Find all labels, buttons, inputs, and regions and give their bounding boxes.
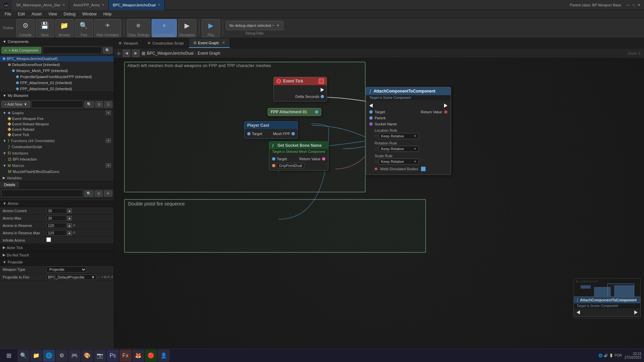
tab-viewport[interactable]: ⊞ Viewport	[114, 38, 143, 48]
get-socket-insocket-dot[interactable]	[272, 164, 275, 167]
adp-parent-pin[interactable]	[369, 116, 373, 120]
menu-debug[interactable]: Debug	[60, 10, 79, 18]
menu-window[interactable]: Window	[79, 10, 100, 18]
proj-browse-btn[interactable]: ←	[97, 275, 101, 279]
tab-animfpp[interactable]: AnimFPP_Arms ✕	[69, 0, 109, 10]
nav-back-btn[interactable]: ◀	[123, 50, 130, 57]
bp-item-bpi[interactable]: ⊡ BPI Interaction	[0, 156, 114, 162]
event-tick-close[interactable]	[319, 78, 324, 84]
proj-reset-btn[interactable]: ↺	[110, 275, 113, 279]
adp-scale-dropdown[interactable]: Keep Relative ▼	[379, 159, 419, 165]
adp-weld-checkbox[interactable]	[421, 167, 426, 171]
ammo-max-input[interactable]	[46, 216, 66, 221]
adp-rotation-pin[interactable]	[375, 147, 377, 150]
ammo-reserve-max-reset[interactable]: ↺	[72, 231, 75, 235]
browse-btn[interactable]: 📁 Browse	[55, 19, 73, 37]
thumb-exec-out[interactable]	[634, 310, 638, 314]
minimize-btn[interactable]: —	[626, 3, 631, 7]
graph-canvas[interactable]: Attach left meshes from dual weapons on …	[114, 58, 644, 362]
tree-item-fpp1[interactable]: FPP_Attachment_01 (Inherited)	[0, 80, 114, 86]
bp-item-event-weapon-fire[interactable]: Event Weapon Fire	[0, 116, 114, 121]
maximize-btn[interactable]: □	[631, 3, 636, 7]
macros-group[interactable]: ▼ M Macros + M MuzzleFlashEffectDualGuns	[0, 162, 114, 175]
ammo-current-up[interactable]: ▲	[67, 208, 72, 213]
simulation-btn[interactable]: ▶ Simulation	[178, 19, 196, 37]
tab-bpc-weapon[interactable]: BPC_WeaponJerichoDual ✕	[109, 0, 165, 10]
tab-bpc-close[interactable]: ✕	[158, 3, 160, 7]
tree-item-weapon-mesh[interactable]: Weapon_Mesh_FPP (Inherited)	[0, 68, 114, 74]
projectile-group-header[interactable]: ▼ Projectile	[0, 259, 114, 266]
node-fpp-attachment[interactable]: FPP Attachment 01	[268, 108, 321, 116]
add-new-btn[interactable]: + Add New ▼	[1, 101, 30, 108]
ammo-group-header[interactable]: ▼ Ammo	[0, 200, 114, 207]
play-btn[interactable]: ▶ Play	[202, 19, 220, 37]
functions-group-header[interactable]: ▼ ƒ Functions (44 Overridable) +	[0, 137, 114, 144]
adp-exec-in[interactable]	[369, 104, 373, 108]
attach-component-thumb[interactable]: ƒ AttachComponentToComponent Target is S…	[574, 296, 641, 317]
tree-item-projectile[interactable]: ProjectileSpawnFromMuzzleFPP (Inherited)	[0, 74, 114, 80]
macros-group-header[interactable]: ▼ M Macros +	[0, 162, 114, 169]
graphs-group[interactable]: ▼ ◆ Graphs + Event Weapon Fire Event Rel…	[0, 110, 114, 137]
details-tab[interactable]: Details	[0, 181, 20, 188]
in-socket-name-value[interactable]: GripPointDual	[277, 163, 304, 168]
find-btn[interactable]: 🔍 Find	[75, 19, 93, 37]
graph-area[interactable]: ⊹ ◀ ▶ ⊞ BPC_WeaponJerichoDual › Event Gr…	[114, 48, 644, 362]
add-component-btn[interactable]: + + Add Component	[1, 47, 41, 54]
node-event-tick[interactable]: Event Tick Delta S	[273, 77, 327, 102]
taskbar-app-firefox[interactable]: 🦊	[132, 350, 144, 362]
close-btn[interactable]: ✕	[637, 3, 641, 7]
details-search-input[interactable]	[1, 190, 83, 197]
tab-sk-close[interactable]: ✕	[62, 3, 65, 7]
details-eye-btn[interactable]: 👁	[104, 190, 112, 196]
comment-box-bottom[interactable]: Double pistol fire sequence	[124, 199, 426, 253]
taskbar-app-1[interactable]: ⚙	[56, 350, 68, 362]
ammo-reserve-max-up[interactable]: ▲	[67, 231, 72, 235]
taskbar-app-edge[interactable]: 🌐	[43, 350, 55, 362]
menu-file[interactable]: File	[1, 10, 14, 18]
tab-sk-mannequin[interactable]: SK_Mannequin_Arms_Ske ✕	[12, 0, 69, 10]
ammo-reserve-reset[interactable]: ↺	[72, 224, 75, 227]
player-cast-mesh-pin[interactable]	[291, 132, 295, 135]
proj-clear-btn[interactable]: ✕	[107, 275, 110, 279]
class-settings-btn[interactable]: ⚙ Class Settings	[127, 19, 150, 37]
start-btn[interactable]: ⊞	[3, 350, 15, 362]
thumb-exec-in[interactable]	[577, 310, 580, 314]
taskbar-app-ps[interactable]: Ps	[107, 350, 119, 362]
attach-component-panel[interactable]: ƒ AttachComponentToComponent Target is S…	[366, 87, 451, 175]
breadcrumb-graph[interactable]: Event Graph	[198, 51, 220, 56]
ammo-reserve-up[interactable]: ▲	[67, 223, 72, 228]
ammo-reserve-max-input[interactable]	[46, 230, 66, 236]
infinite-ammo-checkbox[interactable]	[46, 237, 51, 242]
ammo-reserve-input[interactable]	[46, 223, 66, 228]
variables-group[interactable]: ▶ Variables	[0, 175, 114, 181]
adp-location-pin[interactable]	[375, 135, 377, 137]
adp-location-dropdown[interactable]: Keep Relative ▼	[379, 133, 419, 139]
menu-view[interactable]: View	[45, 10, 60, 18]
tree-item-defaultscene[interactable]: DefaultSceneRoot (Inherited)	[0, 62, 114, 68]
menu-asset[interactable]: Asset	[28, 10, 45, 18]
adp-exec-out[interactable]	[444, 104, 447, 108]
proj-add-btn[interactable]: +	[101, 275, 103, 279]
adp-weld-pin[interactable]	[375, 168, 377, 170]
details-search-btn[interactable]: 🔍	[84, 190, 94, 197]
adp-scale-pin[interactable]	[375, 160, 377, 163]
tree-item-self[interactable]: BPC_WeaponJerichoDual(self)	[0, 56, 114, 62]
node-get-socket[interactable]: ƒ Get Socket Bone Name Target is Skinned…	[269, 141, 328, 171]
menu-edit[interactable]: Edit	[14, 10, 28, 18]
blueprint-view-btn[interactable]: ☰	[104, 101, 112, 108]
component-search-input[interactable]	[43, 47, 102, 54]
add-graph-btn[interactable]: +	[106, 111, 111, 115]
taskbar-language[interactable]: POR	[614, 354, 622, 357]
bp-item-event-reload[interactable]: Event Reload	[0, 127, 114, 132]
nav-forward-btn[interactable]: ▶	[132, 50, 140, 57]
add-macro-btn[interactable]: +	[106, 163, 111, 168]
blueprint-search-btn[interactable]: 🔍	[85, 101, 94, 108]
delta-pin[interactable]	[321, 95, 324, 98]
tab-animfpp-close[interactable]: ✕	[102, 3, 104, 7]
taskbar-app-search[interactable]: 🔍	[17, 350, 30, 362]
adp-socket-pin[interactable]	[369, 122, 373, 126]
blueprint-search-input[interactable]	[32, 101, 83, 108]
component-search-btn[interactable]: 🔍	[103, 47, 112, 54]
menu-help[interactable]: Help	[100, 10, 115, 18]
class-defaults-btn[interactable]: ≡ Class Defaults	[152, 19, 177, 37]
